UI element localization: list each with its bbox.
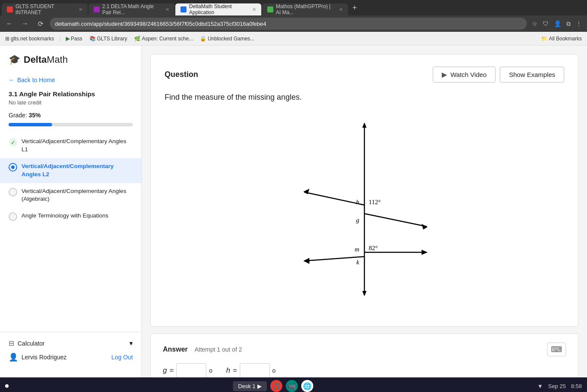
bookmark-unblocked[interactable]: 🔒 Unblocked Games... [198,35,256,43]
question-card: Question ▶ Watch Video Show Examples Fin… [150,54,578,327]
taskbar: Desk 1 ▶ 🎵 📹 🌐 ▼ Sep 25 8:58 [0,377,587,392]
sidebar-icon-terms [9,212,17,221]
bookmark-all[interactable]: 📁 All Bookmarks [539,35,584,43]
bookmark-glts-icon: ⊞ [5,36,9,42]
section-title: 3.1 Angle Pair Relationships [0,90,141,99]
logo-text: DeltaMath [24,54,68,65]
back-nav-button[interactable]: ← [3,18,15,30]
answer-header-left: Answer Attempt 1 out of 2 [163,346,242,353]
svg-text:112°: 112° [369,199,381,205]
question-label: Question [165,70,198,79]
answer-header: Answer Attempt 1 out of 2 ⌨ [163,343,566,356]
tab-close-mathos[interactable]: ✕ [339,7,343,12]
tab-favicon-delta21 [94,6,100,12]
tab-label-delta21: 2.1 DELTA Math Angle Pair Rel... [102,3,163,15]
svg-text:k: k [356,259,359,266]
back-to-home-label: Back to Home [17,77,55,83]
refresh-nav-button[interactable]: ⟳ [34,18,46,30]
svg-text:h: h [356,199,360,205]
h-degree-symbol: o [272,367,276,374]
tab-glts[interactable]: GLTS STUDENT INTRANET ✕ [2,3,88,15]
tab-label-mathos: Mathos (MathGPTPro) | AI Ma... [276,3,336,15]
keyboard-icon[interactable]: ⌨ [547,343,566,356]
grade-display: Grade: 35% [0,109,141,121]
address-bar[interactable] [50,18,527,30]
sidebar-items: ✓ Vertical/Adjacent/Complementary Angles… [0,133,141,225]
tab-label-deltamath: DeltaMath Student Application [189,3,250,15]
wifi-icon: ▼ [538,383,543,389]
desk-chevron-icon: ▶ [257,383,262,389]
tab-mathos[interactable]: Mathos (MathGPTPro) | AI Ma... ✕ [262,3,348,15]
calculator-item[interactable]: ⊟ Calculator ▾ [9,339,133,347]
h-input-group: h = o [226,363,275,377]
taskbar-time: 8:58 [571,383,582,389]
sidebar-label-l2: Vertical/Adjacent/Complementary Angles L… [21,162,133,179]
tab-close-glts[interactable]: ✕ [79,7,83,12]
sidebar-logo: 🎓 DeltaMath [0,54,141,74]
show-examples-button[interactable]: Show Examples [500,67,564,83]
no-late-credit: No late credit [0,99,141,109]
profile-icon[interactable]: 👤 [552,18,563,29]
grade-bar [9,123,52,126]
taskbar-app-red[interactable]: 🎵 [270,380,282,392]
taskbar-app-teal[interactable]: 📹 [286,380,298,392]
tab-close-deltamath[interactable]: ✕ [252,7,256,12]
sidebar-item-terms[interactable]: Angle Terminology with Equations [0,208,141,225]
logout-button[interactable]: Log Out [111,354,133,361]
back-to-home-link[interactable]: ← Back to Home [0,74,141,90]
user-icon: 👤 [9,352,18,362]
g-degree-symbol: o [209,367,212,374]
bookmark-glts[interactable]: ⊞ glts.net bookmarks [3,35,56,43]
sidebar-item-alg[interactable]: Vertical/Adjacent/Complementary Angles (… [0,183,141,208]
shield-icon: 🛡 [541,18,550,29]
g-var-label: g [163,366,167,375]
answer-inputs: g = o h = o [163,363,566,377]
tab-new-button[interactable]: + [349,3,361,15]
bookmark-icon[interactable]: ☆ [530,18,539,29]
user-profile: 👤 Lervis Rodriguez Log Out [9,352,133,362]
sidebar-item-l2[interactable]: Vertical/Adjacent/Complementary Angles L… [0,158,141,183]
bookmark-library[interactable]: 📚 GLTS Library [88,35,129,43]
tab-delta21[interactable]: 2.1 DELTA Math Angle Pair Rel... ✕ [89,3,174,15]
taskbar-date: Sep 25 [548,383,566,389]
angle-diagram: h 112° g m 82° k [278,119,450,300]
menu-icon[interactable]: ⋮ [574,18,584,29]
tab-close-delta21[interactable]: ✕ [165,7,169,12]
g-input[interactable] [176,363,206,377]
svg-marker-1 [362,122,367,128]
calculator-label: Calculator [18,340,45,347]
sidebar: 🎓 DeltaMath ← Back to Home 3.1 Angle Pai… [0,46,142,377]
tab-deltamath[interactable]: DeltaMath Student Application ✕ [175,3,261,15]
bookmark-aspen[interactable]: 🌿 Aspen: Current sche... [132,35,195,43]
extensions-icon[interactable]: ⧉ [565,18,572,29]
bookmark-library-icon: 📚 [89,36,96,42]
diagram-container: h 112° g m 82° k [165,110,564,312]
grade-value: 35% [29,112,41,119]
svg-marker-2 [362,291,367,296]
sidebar-icon-l1: ✓ [9,138,17,147]
forward-nav-button[interactable]: → [19,18,31,30]
tab-favicon-mathos [267,6,273,12]
taskbar-app-chrome[interactable]: 🌐 [301,380,313,392]
sidebar-item-l1[interactable]: ✓ Vertical/Adjacent/Complementary Angles… [0,133,141,158]
svg-line-5 [364,214,427,227]
sidebar-label-l1: Vertical/Adjacent/Complementary Angles L… [21,138,133,154]
grade-bar-container [9,123,133,126]
svg-line-3 [304,192,364,205]
svg-text:m: m [355,246,359,253]
bookmark-all-icon: 📁 [541,36,547,42]
sidebar-icon-alg [9,188,17,196]
g-input-group: g = o [163,363,212,377]
svg-marker-6 [422,224,428,230]
main-content: Question ▶ Watch Video Show Examples Fin… [142,46,587,377]
sidebar-label-alg: Vertical/Adjacent/Complementary Angles (… [21,187,133,204]
bookmark-pass[interactable]: ▶ Pass [64,35,84,43]
h-input[interactable] [240,363,270,377]
back-arrow-icon: ← [9,77,15,83]
desk-button[interactable]: Desk 1 ▶ [233,381,266,391]
svg-marker-10 [422,250,428,255]
watch-video-button[interactable]: ▶ Watch Video [433,67,495,83]
sidebar-icon-l2 [9,163,17,172]
browser-toolbar: ← → ⟳ ☆ 🛡 👤 ⧉ ⋮ [0,15,587,32]
h-var-label: h [226,366,230,375]
